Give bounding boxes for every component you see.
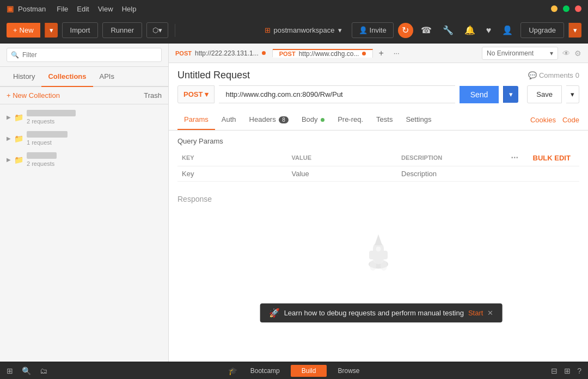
svg-rect-3 <box>369 251 375 259</box>
request-tab-1[interactable]: POST http://222.223.131.1... <box>169 49 273 57</box>
menu-view[interactable]: View <box>98 5 113 13</box>
browse-tab[interactable]: Browse <box>327 365 370 377</box>
list-item[interactable]: ▶ 📁 2 requests <box>0 149 168 170</box>
sidebar-tabs: History Collections APIs <box>0 67 168 87</box>
row-extra <box>529 166 580 182</box>
upgrade-button[interactable]: Upgrade <box>520 22 564 38</box>
svg-point-6 <box>370 260 376 271</box>
menu-edit[interactable]: Edit <box>77 5 89 13</box>
tab-url-label: http://www.cdhg.co... <box>299 50 359 58</box>
layout-alt-icon[interactable]: ⊞ <box>564 366 571 375</box>
menu-help[interactable]: Help <box>122 5 137 13</box>
search-status-icon[interactable]: 🔍 <box>22 366 31 375</box>
statusbar-right: ⊟ ⊞ ? <box>551 366 581 375</box>
runner-button[interactable]: Runner <box>102 22 142 38</box>
minimize-button[interactable]: — <box>551 5 558 12</box>
hint-bar: 🚀 Learn how to debug requests and perfor… <box>260 303 503 322</box>
tab-collections[interactable]: Collections <box>41 67 93 87</box>
tab-method-label: POST <box>279 51 296 57</box>
avatar-icon[interactable]: 👤 <box>499 22 516 39</box>
send-dropdown-button[interactable]: ▾ <box>503 86 518 103</box>
response-empty-state <box>169 210 588 297</box>
tab-params[interactable]: Params <box>177 110 215 130</box>
workspace-icon: ⊞ <box>265 26 271 34</box>
environment-select[interactable]: No Environment ▾ <box>482 47 558 60</box>
params-table: KEY VALUE DESCRIPTION ··· Bulk Edit <box>177 150 579 182</box>
query-params-section: Query Params KEY VALUE DESCRIPTION ··· B… <box>169 131 588 188</box>
list-item[interactable]: ▶ 📁 1 request <box>0 128 168 149</box>
layout-icon[interactable]: ⊞ <box>7 366 13 375</box>
new-collection-button[interactable]: + New Collection <box>7 91 60 100</box>
code-link[interactable]: Code <box>562 116 579 124</box>
more-button[interactable]: ··· <box>511 153 518 162</box>
tab-prereq[interactable]: Pre-req. <box>331 110 370 130</box>
tab-apis[interactable]: APIs <box>93 67 121 87</box>
send-button[interactable]: Send <box>460 86 499 103</box>
window-controls: — □ ✕ <box>551 5 581 12</box>
workspace-button[interactable]: ⊞ postmanworkspace ▾ <box>259 23 347 38</box>
tab-body[interactable]: Body <box>295 110 331 130</box>
request-title: Untitled Request <box>177 70 250 81</box>
bell-icon[interactable]: 🔔 <box>461 22 479 39</box>
chevron-right-icon: ▶ <box>7 135 11 141</box>
add-tab-button[interactable]: + <box>373 48 389 58</box>
url-input[interactable] <box>219 85 455 103</box>
tab-settings[interactable]: Settings <box>399 110 438 130</box>
columns-icon[interactable]: ⊟ <box>551 366 558 375</box>
upgrade-dropdown-button[interactable]: ▾ <box>568 23 581 38</box>
fork-button[interactable]: ⬡▾ <box>146 22 168 38</box>
hint-start-button[interactable]: Start <box>468 309 483 317</box>
new-button[interactable]: + New <box>7 23 40 38</box>
desc-input[interactable] <box>401 170 503 178</box>
request-tab-2[interactable]: POST http://www.cdhg.co... <box>273 49 373 58</box>
collection-name-blurred <box>27 131 68 138</box>
import-button[interactable]: Import <box>62 22 99 38</box>
desc-header: DESCRIPTION <box>397 150 507 166</box>
new-dropdown-button[interactable]: ▾ <box>45 23 58 38</box>
sidebar-search-area: 🔍 <box>0 44 168 67</box>
value-header: VALUE <box>287 150 397 166</box>
build-tab[interactable]: Build <box>291 365 327 377</box>
search-wrap: 🔍 <box>7 48 162 62</box>
folder-status-icon[interactable]: 🗂 <box>40 366 47 375</box>
value-input[interactable] <box>292 170 393 178</box>
phone-icon[interactable]: ☎ <box>418 22 435 39</box>
menu-file[interactable]: File <box>57 5 68 13</box>
key-input[interactable] <box>182 170 283 178</box>
hint-text: Learn how to debug requests and perform … <box>284 309 464 317</box>
comments-button[interactable]: 💬 Comments 0 <box>528 71 579 79</box>
app-icon: ▣ <box>7 4 14 13</box>
list-item[interactable]: ▶ 📁 2 requests <box>0 107 168 128</box>
method-chevron-icon: ▾ <box>205 90 209 98</box>
bulk-edit-button[interactable]: Bulk Edit <box>533 154 571 162</box>
collection-meta: 2 requests <box>27 118 162 125</box>
svg-rect-4 <box>382 251 388 259</box>
tab-history[interactable]: History <box>7 67 41 87</box>
sidebar: 🔍 History Collections APIs + New Collect… <box>0 44 169 362</box>
hint-close-button[interactable]: ✕ <box>487 309 493 317</box>
sync-button[interactable]: ↻ <box>398 23 413 38</box>
settings-gear-icon[interactable]: ⚙ <box>574 49 581 58</box>
tab-headers[interactable]: Headers 8 <box>243 110 295 130</box>
settings-icon[interactable]: 🔧 <box>439 22 457 39</box>
search-input[interactable] <box>7 48 162 62</box>
collection-meta: 2 requests <box>27 160 162 167</box>
tab-tests[interactable]: Tests <box>370 110 399 130</box>
statusbar: ⊞ 🔍 🗂 🎓 Bootcamp Build Browse ⊟ ⊞ ? <box>0 362 588 379</box>
tab-auth[interactable]: Auth <box>215 110 243 130</box>
method-select[interactable]: POST ▾ <box>177 85 215 103</box>
invite-button[interactable]: 👤 Invite <box>352 22 394 38</box>
heart-icon[interactable]: ♥ <box>483 22 495 39</box>
trash-button[interactable]: Trash <box>144 91 162 100</box>
save-dropdown-button[interactable]: ▾ <box>566 85 579 103</box>
tabs-menu-button[interactable]: ··· <box>389 49 404 57</box>
maximize-button[interactable]: □ <box>563 5 569 12</box>
chevron-right-icon: ▶ <box>7 157 11 163</box>
bootcamp-tab[interactable]: Bootcamp <box>240 365 291 377</box>
cookies-link[interactable]: Cookies <box>530 116 556 124</box>
close-button[interactable]: ✕ <box>575 5 581 12</box>
save-button[interactable]: Save <box>527 85 562 103</box>
help-icon[interactable]: ? <box>577 366 581 375</box>
eye-icon[interactable]: 👁 <box>562 49 570 58</box>
response-area: Response <box>169 188 588 210</box>
